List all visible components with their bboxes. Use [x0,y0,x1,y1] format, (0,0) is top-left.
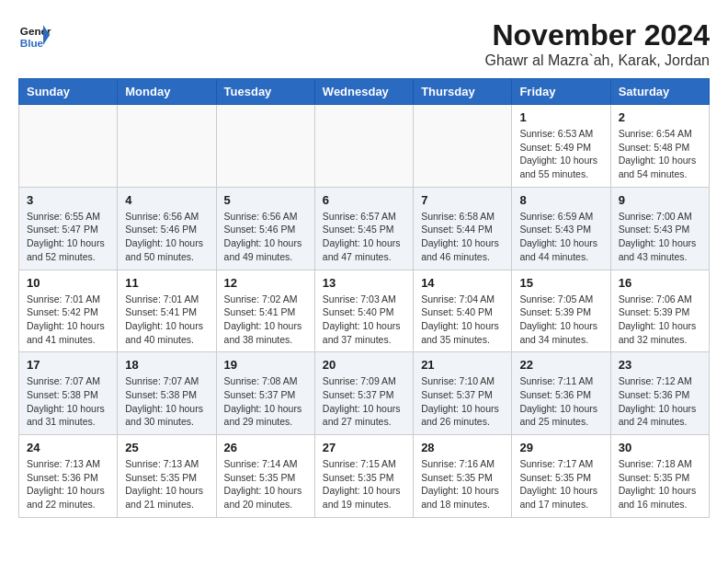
day-number: 28 [421,441,504,454]
calendar-row: 10Sunrise: 7:01 AM Sunset: 5:42 PM Dayli… [19,270,710,352]
day-number: 6 [323,193,405,207]
calendar-row: 3Sunrise: 6:55 AM Sunset: 5:47 PM Daylig… [19,187,710,270]
calendar-cell: 5Sunrise: 6:56 AM Sunset: 5:46 PM Daylig… [216,187,314,270]
calendar-header-row: SundayMondayTuesdayWednesdayThursdayFrid… [19,79,710,105]
day-info: Sunrise: 7:13 AM Sunset: 5:35 PM Dayligh… [125,457,208,511]
day-info: Sunrise: 7:06 AM Sunset: 5:39 PM Dayligh… [619,293,701,347]
calendar-cell: 21Sunrise: 7:10 AM Sunset: 5:37 PM Dayli… [414,352,512,435]
calendar-cell: 26Sunrise: 7:14 AM Sunset: 5:35 PM Dayli… [216,435,314,518]
location: Ghawr al Mazra`ah, Karak, Jordan [484,52,710,69]
calendar-row: 17Sunrise: 7:07 AM Sunset: 5:38 PM Dayli… [19,352,710,435]
day-info: Sunrise: 7:07 AM Sunset: 5:38 PM Dayligh… [125,374,208,429]
logo-icon: General Blue [18,18,51,52]
day-number: 17 [27,358,109,372]
calendar-cell: 20Sunrise: 7:09 AM Sunset: 5:37 PM Dayli… [314,352,413,435]
day-info: Sunrise: 7:12 AM Sunset: 5:36 PM Dayligh… [619,374,701,429]
day-number: 20 [323,358,405,372]
calendar-cell [414,105,512,188]
day-number: 4 [125,193,208,207]
calendar-cell: 16Sunrise: 7:06 AM Sunset: 5:39 PM Dayli… [610,270,709,352]
day-info: Sunrise: 7:05 AM Sunset: 5:39 PM Dayligh… [519,293,602,347]
day-number: 26 [224,441,307,454]
day-info: Sunrise: 7:01 AM Sunset: 5:42 PM Dayligh… [27,293,109,347]
col-header-wednesday: Wednesday [314,79,413,105]
day-info: Sunrise: 7:08 AM Sunset: 5:37 PM Dayligh… [224,374,307,429]
day-info: Sunrise: 7:18 AM Sunset: 5:35 PM Dayligh… [619,457,701,511]
day-number: 8 [519,193,602,207]
day-info: Sunrise: 7:00 AM Sunset: 5:43 PM Dayligh… [619,210,701,264]
day-number: 22 [519,358,602,372]
month-title: November 2024 [484,18,710,52]
day-info: Sunrise: 6:53 AM Sunset: 5:49 PM Dayligh… [519,127,602,181]
day-info: Sunrise: 7:02 AM Sunset: 5:41 PM Dayligh… [224,293,307,347]
col-header-tuesday: Tuesday [216,79,314,105]
calendar-cell: 1Sunrise: 6:53 AM Sunset: 5:49 PM Daylig… [512,105,610,188]
day-number: 12 [224,276,307,290]
day-number: 30 [619,441,701,454]
day-info: Sunrise: 7:09 AM Sunset: 5:37 PM Dayligh… [323,374,405,429]
calendar-cell: 6Sunrise: 6:57 AM Sunset: 5:45 PM Daylig… [314,187,413,270]
day-info: Sunrise: 6:55 AM Sunset: 5:47 PM Dayligh… [27,210,109,264]
col-header-saturday: Saturday [610,79,709,105]
day-number: 5 [224,193,307,207]
calendar-cell: 24Sunrise: 7:13 AM Sunset: 5:36 PM Dayli… [19,435,118,518]
calendar-cell: 19Sunrise: 7:08 AM Sunset: 5:37 PM Dayli… [216,352,314,435]
calendar-cell: 2Sunrise: 6:54 AM Sunset: 5:48 PM Daylig… [610,105,709,188]
day-info: Sunrise: 6:56 AM Sunset: 5:46 PM Dayligh… [224,210,307,264]
calendar-cell: 29Sunrise: 7:17 AM Sunset: 5:35 PM Dayli… [512,435,610,518]
day-info: Sunrise: 7:04 AM Sunset: 5:40 PM Dayligh… [421,293,504,347]
day-number: 9 [619,193,701,207]
day-number: 19 [224,358,307,372]
calendar-cell: 12Sunrise: 7:02 AM Sunset: 5:41 PM Dayli… [216,270,314,352]
logo: General Blue [18,18,51,52]
day-info: Sunrise: 7:17 AM Sunset: 5:35 PM Dayligh… [519,457,602,511]
calendar-cell: 14Sunrise: 7:04 AM Sunset: 5:40 PM Dayli… [414,270,512,352]
col-header-sunday: Sunday [19,79,118,105]
calendar-cell: 15Sunrise: 7:05 AM Sunset: 5:39 PM Dayli… [512,270,610,352]
col-header-thursday: Thursday [414,79,512,105]
calendar-cell [118,105,216,188]
day-info: Sunrise: 7:16 AM Sunset: 5:35 PM Dayligh… [421,457,504,511]
calendar-cell: 11Sunrise: 7:01 AM Sunset: 5:41 PM Dayli… [118,270,216,352]
calendar-row: 24Sunrise: 7:13 AM Sunset: 5:36 PM Dayli… [19,435,710,518]
day-info: Sunrise: 7:13 AM Sunset: 5:36 PM Dayligh… [27,457,109,511]
calendar-cell: 7Sunrise: 6:58 AM Sunset: 5:44 PM Daylig… [414,187,512,270]
day-number: 29 [519,441,602,454]
day-number: 23 [619,358,701,372]
title-block: November 2024 Ghawr al Mazra`ah, Karak, … [484,18,710,69]
calendar-cell: 4Sunrise: 6:56 AM Sunset: 5:46 PM Daylig… [118,187,216,270]
day-number: 13 [323,276,405,290]
calendar-table: SundayMondayTuesdayWednesdayThursdayFrid… [18,78,710,518]
calendar-cell: 9Sunrise: 7:00 AM Sunset: 5:43 PM Daylig… [610,187,709,270]
day-number: 15 [519,276,602,290]
day-number: 2 [619,110,701,124]
day-info: Sunrise: 6:58 AM Sunset: 5:44 PM Dayligh… [421,210,504,264]
day-number: 18 [125,358,208,372]
day-number: 10 [27,276,109,290]
calendar-cell: 22Sunrise: 7:11 AM Sunset: 5:36 PM Dayli… [512,352,610,435]
day-info: Sunrise: 6:57 AM Sunset: 5:45 PM Dayligh… [323,210,405,264]
calendar-cell: 27Sunrise: 7:15 AM Sunset: 5:35 PM Dayli… [314,435,413,518]
col-header-friday: Friday [512,79,610,105]
calendar-cell: 13Sunrise: 7:03 AM Sunset: 5:40 PM Dayli… [314,270,413,352]
day-info: Sunrise: 6:54 AM Sunset: 5:48 PM Dayligh… [619,127,701,181]
calendar-cell: 25Sunrise: 7:13 AM Sunset: 5:35 PM Dayli… [118,435,216,518]
day-number: 16 [619,276,701,290]
day-info: Sunrise: 7:14 AM Sunset: 5:35 PM Dayligh… [224,457,307,511]
calendar-cell: 30Sunrise: 7:18 AM Sunset: 5:35 PM Dayli… [610,435,709,518]
day-number: 27 [323,441,405,454]
svg-text:Blue: Blue [20,37,44,49]
day-number: 3 [27,193,109,207]
day-number: 25 [125,441,208,454]
day-info: Sunrise: 7:15 AM Sunset: 5:35 PM Dayligh… [323,457,405,511]
day-number: 21 [421,358,504,372]
calendar-cell: 17Sunrise: 7:07 AM Sunset: 5:38 PM Dayli… [19,352,118,435]
calendar-row: 1Sunrise: 6:53 AM Sunset: 5:49 PM Daylig… [19,105,710,188]
day-info: Sunrise: 6:59 AM Sunset: 5:43 PM Dayligh… [519,210,602,264]
day-info: Sunrise: 7:01 AM Sunset: 5:41 PM Dayligh… [125,293,208,347]
calendar-cell: 8Sunrise: 6:59 AM Sunset: 5:43 PM Daylig… [512,187,610,270]
calendar-cell [314,105,413,188]
day-number: 14 [421,276,504,290]
day-info: Sunrise: 7:07 AM Sunset: 5:38 PM Dayligh… [27,374,109,429]
calendar-cell: 18Sunrise: 7:07 AM Sunset: 5:38 PM Dayli… [118,352,216,435]
